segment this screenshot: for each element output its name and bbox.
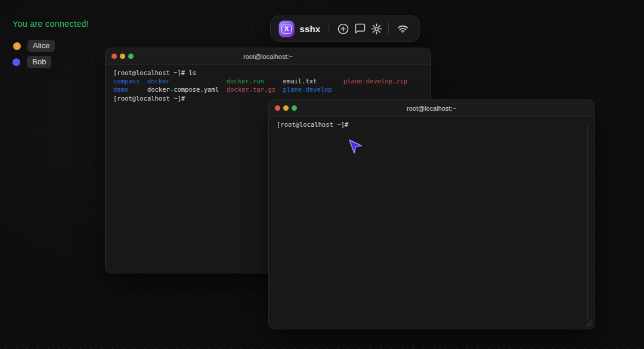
gear-icon [370, 23, 383, 35]
window-controls [275, 100, 297, 116]
window-controls [112, 48, 134, 64]
terminal-line: [root@localhost ~]# [277, 120, 586, 129]
brand-name: sshx [299, 24, 320, 34]
user-list-item-bob: Bob [13, 56, 51, 68]
network-status-button[interactable] [395, 20, 411, 38]
sshx-logo[interactable]: X [279, 21, 294, 37]
new-terminal-button[interactable] [335, 20, 351, 38]
sshx-session-canvas[interactable]: You are connected! Alice Bob X sshx [0, 0, 644, 349]
terminal-line: demo docker-compose.yaml docker.tar.gz p… [113, 85, 423, 94]
user-name-label: Alice [27, 40, 55, 52]
chat-button[interactable] [352, 20, 369, 38]
terminal-line: [root@localhost ~]# ls [113, 68, 423, 77]
terminal-titlebar[interactable]: root@localhost:~ [106, 48, 431, 65]
zoom-window-button[interactable] [128, 54, 134, 59]
toolbar-divider [388, 23, 389, 35]
sshx-logo-letter: X [281, 24, 292, 34]
toolbar: X sshx [270, 15, 420, 42]
terminal-window-2: root@localhost:~ [root@localhost ~]# [268, 99, 595, 329]
close-window-button[interactable] [112, 54, 117, 59]
minimize-window-button[interactable] [120, 54, 125, 59]
user-name-label: Bob [27, 56, 51, 68]
zoom-window-button[interactable] [292, 105, 297, 111]
minimize-window-button[interactable] [283, 105, 289, 111]
terminal-title: root@localhost:~ [106, 53, 431, 60]
message-square-icon [354, 23, 366, 35]
user-color-dot [13, 58, 20, 66]
terminal-titlebar[interactable]: root@localhost:~ [269, 100, 594, 117]
plus-circle-icon [337, 23, 349, 35]
terminal-title: root@localhost:~ [269, 105, 594, 112]
settings-button[interactable] [369, 20, 385, 38]
terminal-line: compass docker docker.run email.txt plan… [113, 77, 423, 85]
terminal-scrollbar[interactable] [587, 124, 588, 320]
user-color-dot [13, 42, 21, 50]
close-window-button[interactable] [275, 105, 280, 111]
toolbar-divider [329, 23, 329, 35]
terminal-screen[interactable]: [root@localhost ~]# [269, 117, 594, 329]
resize-grip-icon[interactable] [584, 319, 592, 327]
wifi-icon [397, 23, 409, 35]
user-list-item-alice: Alice [13, 40, 55, 52]
status-message: You are connected! [13, 19, 89, 29]
